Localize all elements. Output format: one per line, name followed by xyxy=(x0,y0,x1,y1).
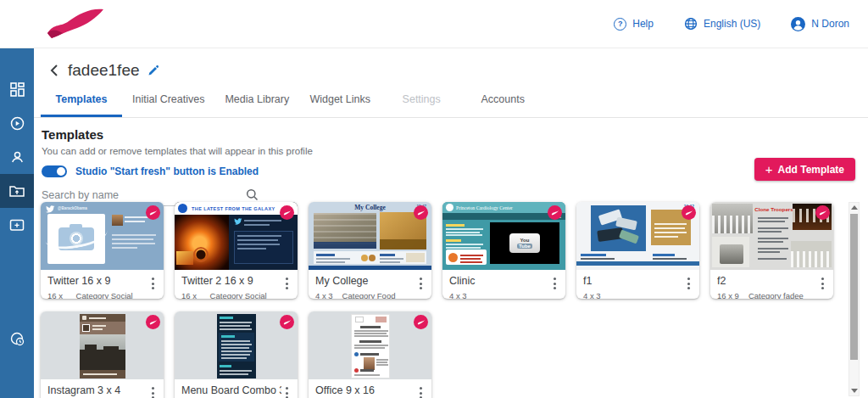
card-title: f1 xyxy=(583,275,683,287)
nasa-logo-icon xyxy=(178,204,187,213)
card-menu-button[interactable] xyxy=(418,385,424,398)
language-button[interactable]: English (US) xyxy=(684,17,760,31)
scroll-up-arrow[interactable] xyxy=(851,205,858,210)
template-card-my-college[interactable]: My College 12:47 xyxy=(309,202,431,299)
thumb-headline: THE LATEST FROM THE GALAXY xyxy=(192,206,277,211)
thumb-heading: Princeton Cardiology Center xyxy=(456,205,513,210)
search-icon[interactable] xyxy=(246,188,259,201)
toggle-label: Studio "Start fresh" button is Enabled xyxy=(75,165,259,177)
dashboard-icon xyxy=(10,82,25,97)
sidebar-nav xyxy=(0,48,34,398)
card-menu-button[interactable] xyxy=(284,276,290,291)
template-thumbnail xyxy=(175,311,298,379)
portrait-preview xyxy=(351,314,390,378)
card-ratio: 4 x 3 xyxy=(449,291,467,299)
header-actions: Help English (US) N Doron xyxy=(614,17,849,31)
card-footer: f2 16 x 9 Category fadee xyxy=(710,270,833,299)
card-category: Category fadee xyxy=(748,291,804,299)
chevron-left-icon xyxy=(48,64,60,77)
plus-icon: + xyxy=(765,163,773,176)
thumb-heading: Clone Troopers xyxy=(754,206,793,212)
brand-badge xyxy=(146,315,160,329)
video-player: You Tube xyxy=(490,222,559,264)
card-footer: Twitter 2 16 x 9 16 x 9 Category Social … xyxy=(175,270,298,299)
profile-tabs: Templates Initial Creatives Media Librar… xyxy=(34,84,868,118)
search-input[interactable] xyxy=(42,189,246,201)
help-button[interactable]: Help xyxy=(614,18,654,31)
brand-badge xyxy=(280,315,294,329)
tab-media-library[interactable]: Media Library xyxy=(214,84,299,117)
clinic-logo-icon xyxy=(446,204,453,211)
card-title: Instagram 3 x 4 xyxy=(47,384,147,396)
template-thumbnail: 19:12 Upcoming Event xyxy=(576,202,699,270)
template-card-instagram[interactable]: Instagram 3 x 4 xyxy=(41,311,164,398)
template-thumbnail: THE LATEST FROM THE GALAXY xyxy=(175,202,298,270)
people-photo xyxy=(406,253,425,262)
card-menu-button[interactable] xyxy=(150,276,156,291)
profile-title-row: fadee1fee xyxy=(34,48,868,80)
start-fresh-toggle[interactable] xyxy=(42,165,67,177)
folder-plus-icon xyxy=(9,218,25,232)
card-menu-button[interactable] xyxy=(820,276,826,291)
brand-badge xyxy=(682,205,696,220)
sidebar-item-dashboard[interactable] xyxy=(0,72,34,106)
scrollbar-thumb[interactable] xyxy=(850,214,858,360)
sidebar-item-add-media[interactable] xyxy=(0,208,34,242)
doctor-icon xyxy=(448,253,458,262)
template-card-clinic[interactable]: Princeton Cardiology Center 09:41 xyxy=(442,202,565,299)
sidebar-item-creatives[interactable] xyxy=(0,106,34,140)
account-button[interactable]: N Doron xyxy=(791,17,849,31)
person-icon xyxy=(10,150,25,165)
trooper-photo xyxy=(712,204,753,233)
sidebar-item-profiles[interactable] xyxy=(0,174,34,208)
tab-templates[interactable]: Templates xyxy=(41,84,122,117)
app-header: Help English (US) N Doron xyxy=(0,0,868,48)
template-thumbnail xyxy=(309,311,431,379)
brand-badge xyxy=(414,205,428,220)
tab-initial-creatives[interactable]: Initial Creatives xyxy=(122,84,214,117)
add-template-button[interactable]: + Add Template xyxy=(754,158,855,181)
tab-widget-links[interactable]: Widget Links xyxy=(299,84,381,117)
card-menu-button[interactable] xyxy=(552,276,558,291)
template-card-twitter-16x9[interactable]: @BarackObama Twitter 16 x 9 16 x 9 xyxy=(41,202,164,299)
sidebar-item-world-clock[interactable] xyxy=(0,322,34,356)
globe-icon xyxy=(684,17,698,31)
card-category: Category Food xyxy=(342,291,396,299)
main-content: fadee1fee Templates Initial Creatives Me… xyxy=(34,48,868,398)
card-footer: Office 9 x 16 xyxy=(309,379,431,396)
results-scrollbar[interactable] xyxy=(849,202,860,396)
card-menu-button[interactable] xyxy=(686,276,692,291)
card-ratio: 4 x 3 xyxy=(583,291,601,299)
template-card-f1[interactable]: 19:12 Upcoming Event xyxy=(576,202,699,299)
brand-badge xyxy=(146,205,160,220)
card-menu-button[interactable] xyxy=(150,385,156,398)
card-category: Category Social Networks xyxy=(210,291,291,299)
trooper-photo xyxy=(712,237,749,267)
brand-logo xyxy=(44,5,105,42)
card-ratio: 16 x 9 xyxy=(181,291,201,299)
portrait-preview xyxy=(80,314,125,378)
back-button[interactable] xyxy=(48,64,60,77)
card-title: Twitter 2 16 x 9 xyxy=(181,275,281,287)
section-description: You can add or remove templates that wil… xyxy=(42,146,854,156)
card-footer: My College 4 x 3 Category Food xyxy=(309,270,431,299)
sidebar-item-users[interactable] xyxy=(0,140,34,174)
scroll-down-arrow[interactable] xyxy=(851,389,858,393)
template-card-twitter2-16x9[interactable]: THE LATEST FROM THE GALAXY xyxy=(175,202,298,299)
template-card-menu-board[interactable]: Menu Board Combo 3 9 ... xyxy=(175,311,298,398)
template-card-office[interactable]: Office 9 x 16 xyxy=(309,311,431,398)
card-title: Menu Board Combo 3 9 ... xyxy=(181,384,281,396)
card-menu-button[interactable] xyxy=(284,385,290,398)
help-label: Help xyxy=(632,18,654,30)
add-template-label: Add Template xyxy=(778,164,844,176)
card-menu-button[interactable] xyxy=(418,276,424,291)
template-card-f2[interactable]: Clone Troopers f2 xyxy=(710,202,833,299)
card-category: Category Social Networks xyxy=(76,291,157,299)
toggle-knob xyxy=(57,167,65,176)
template-thumbnail: Clone Troopers xyxy=(710,202,833,270)
bullet-icon xyxy=(354,368,359,373)
brand-badge xyxy=(280,205,294,220)
edit-title-button[interactable] xyxy=(147,65,159,76)
trooper-photo xyxy=(791,241,832,267)
tab-accounts[interactable]: Accounts xyxy=(462,84,543,117)
